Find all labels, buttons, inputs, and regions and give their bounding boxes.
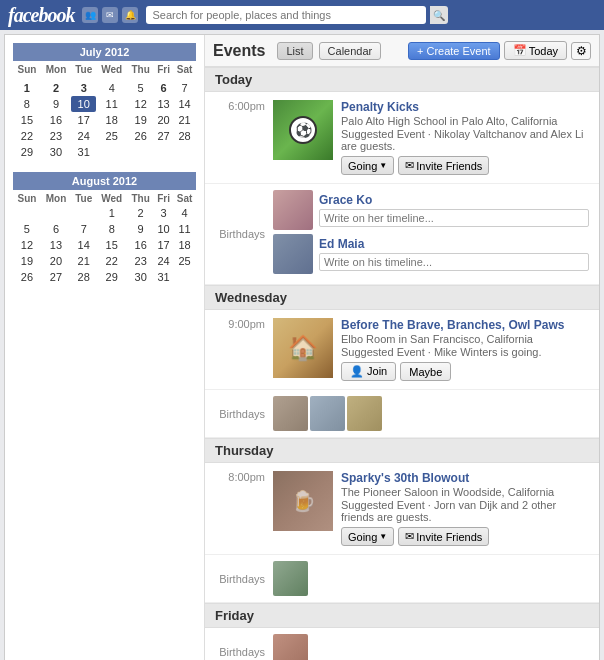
going-label: Going	[348, 160, 377, 172]
cal-day[interactable]: 22	[13, 128, 41, 144]
cal-day[interactable]: 2	[127, 205, 154, 221]
cal-day[interactable]: 15	[96, 237, 127, 253]
cal-day[interactable]: 5	[13, 221, 41, 237]
cal-day[interactable]: 30	[127, 269, 154, 285]
cal-day[interactable]: 13	[154, 96, 173, 112]
cal-day[interactable]: 18	[96, 112, 127, 128]
cal-day[interactable]: 16	[127, 237, 154, 253]
cal-day[interactable]: 9	[41, 96, 71, 112]
cal-day[interactable]: 27	[154, 128, 173, 144]
cal-day[interactable]: 20	[154, 112, 173, 128]
cal-day[interactable]: 26	[13, 269, 41, 285]
going-button[interactable]: Going ▼	[341, 156, 394, 175]
cal-day[interactable]: 7	[173, 80, 196, 96]
cal-day[interactable]: 22	[96, 253, 127, 269]
cal-day[interactable]: 14	[71, 237, 96, 253]
person-icon: 👤	[350, 365, 364, 377]
cal-day-header: Sat	[173, 63, 196, 76]
cal-day[interactable]: 25	[173, 253, 196, 269]
cal-day[interactable]: 29	[13, 144, 41, 160]
avatar[interactable]	[273, 396, 308, 431]
cal-day[interactable]: 14	[173, 96, 196, 112]
search-icon[interactable]: 🔍	[430, 6, 448, 24]
timeline-input[interactable]	[319, 209, 589, 227]
invite-friends-button[interactable]: ✉ Invite Friends	[398, 527, 489, 546]
cal-day[interactable]: 5	[127, 80, 154, 96]
cal-day[interactable]: 4	[96, 80, 127, 96]
cal-day[interactable]: 27	[41, 269, 71, 285]
calendar-tab-button[interactable]: Calendar	[319, 42, 382, 60]
cal-day[interactable]: 4	[173, 205, 196, 221]
timeline-input[interactable]	[319, 253, 589, 271]
create-event-button[interactable]: + Create Event	[408, 42, 500, 60]
cal-day[interactable]: 7	[71, 221, 96, 237]
cal-day[interactable]: 1	[96, 205, 127, 221]
cal-day[interactable]: 10	[154, 221, 173, 237]
cal-day[interactable]: 8	[96, 221, 127, 237]
cal-day[interactable]: 11	[96, 96, 127, 112]
avatar[interactable]	[273, 634, 308, 660]
cal-day[interactable]: 21	[71, 253, 96, 269]
cal-day[interactable]: 30	[41, 144, 71, 160]
cal-day[interactable]: 12	[127, 96, 154, 112]
birthday-name[interactable]: Ed Maia	[319, 237, 589, 251]
cal-day[interactable]: 17	[71, 112, 96, 128]
cal-day[interactable]: 29	[96, 269, 127, 285]
cal-day[interactable]: 11	[173, 221, 196, 237]
cal-day[interactable]: 8	[13, 96, 41, 112]
going-button[interactable]: Going ▼	[341, 527, 394, 546]
cal-day[interactable]: 13	[41, 237, 71, 253]
event-actions: Going ▼ ✉ Invite Friends	[341, 156, 589, 175]
messages-icon[interactable]: ✉	[102, 7, 118, 23]
cal-day[interactable]: 1	[13, 80, 41, 96]
event-suggestion: Suggested Event · Jorn van Dijk and 2 ot…	[341, 499, 589, 523]
cal-day	[71, 205, 96, 221]
cal-day[interactable]: 15	[13, 112, 41, 128]
cal-day[interactable]: 31	[71, 144, 96, 160]
cal-day[interactable]: 6	[41, 221, 71, 237]
avatar[interactable]	[273, 561, 308, 596]
cal-day[interactable]: 16	[41, 112, 71, 128]
cal-day[interactable]: 24	[154, 253, 173, 269]
cal-day[interactable]: 28	[71, 269, 96, 285]
cal-day[interactable]: 25	[96, 128, 127, 144]
cal-day[interactable]: 19	[127, 112, 154, 128]
event-location: Palo Alto High School in Palo Alto, Cali…	[341, 115, 589, 127]
cal-day[interactable]: 20	[41, 253, 71, 269]
today-button[interactable]: 📅 Today	[504, 41, 567, 60]
maybe-button[interactable]: Maybe	[400, 362, 451, 381]
cal-day[interactable]: 21	[173, 112, 196, 128]
event-name[interactable]: Penalty Kicks	[341, 100, 589, 114]
cal-day[interactable]: 3	[71, 80, 96, 96]
notifications-icon[interactable]: 🔔	[122, 7, 138, 23]
cal-day[interactable]: 12	[13, 237, 41, 253]
july-calendar-header: July 2012	[13, 43, 196, 61]
event-details: Penalty Kicks Palo Alto High School in P…	[341, 100, 589, 175]
cal-day[interactable]: 28	[173, 128, 196, 144]
avatar[interactable]	[347, 396, 382, 431]
invite-friends-button[interactable]: ✉ Invite Friends	[398, 156, 489, 175]
cal-day-today[interactable]: 10	[71, 96, 96, 112]
cal-day[interactable]: 31	[154, 269, 173, 285]
event-name[interactable]: Sparky's 30th Blowout	[341, 471, 589, 485]
join-button[interactable]: 👤 Join	[341, 362, 396, 381]
cal-day[interactable]: 19	[13, 253, 41, 269]
cal-day[interactable]: 18	[173, 237, 196, 253]
cal-day[interactable]: 17	[154, 237, 173, 253]
cal-day[interactable]: 6	[154, 80, 173, 96]
search-input[interactable]	[146, 6, 426, 24]
avatar[interactable]	[310, 396, 345, 431]
friends-icon[interactable]: 👥	[82, 7, 98, 23]
cal-day[interactable]: 23	[127, 253, 154, 269]
birthday-name[interactable]: Grace Ko	[319, 193, 589, 207]
cal-day[interactable]: 24	[71, 128, 96, 144]
cal-day[interactable]: 9	[127, 221, 154, 237]
cal-day[interactable]: 3	[154, 205, 173, 221]
settings-gear-button[interactable]: ⚙	[571, 42, 591, 60]
list-tab-button[interactable]: List	[277, 42, 312, 60]
cal-day[interactable]: 23	[41, 128, 71, 144]
friday-header: Friday	[205, 603, 599, 628]
cal-day[interactable]: 26	[127, 128, 154, 144]
event-name[interactable]: Before The Brave, Branches, Owl Paws	[341, 318, 589, 332]
cal-day[interactable]: 2	[41, 80, 71, 96]
